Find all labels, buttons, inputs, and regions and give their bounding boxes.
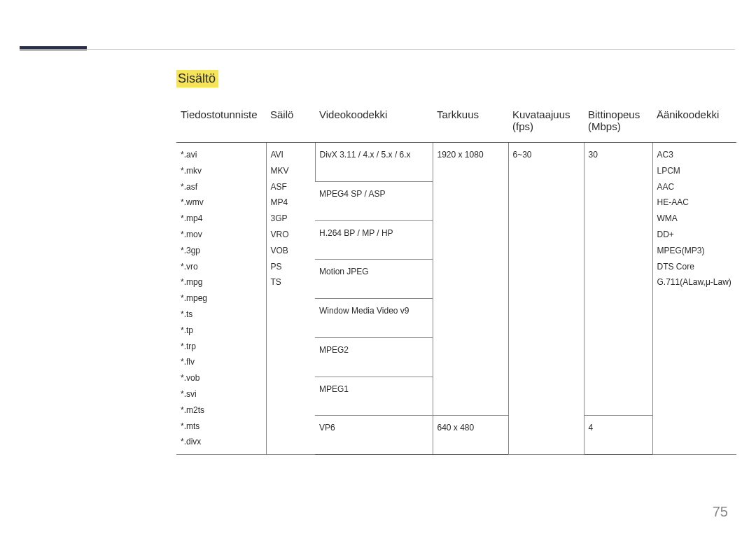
cont-cell-item: ASF [271,179,311,195]
main-content: Sisältö Tiedostotunniste Säilö Videokood… [176,70,735,455]
ext-cell-item: *.mov [181,227,262,243]
ext-cell-item: *.wmv [181,195,262,211]
spec-table-body: *.avi*.mkv*.asf*.wmv*.mp4*.mov*.3gp*.vro… [176,143,736,455]
audio-cell-item: HE-AAC [657,195,733,211]
bit-cell: 4 [584,416,652,455]
ext-cell-item: *.tp [181,323,262,339]
cont-cell: AVIMKVASFMP43GPVROVOBPSTS [266,143,315,455]
th-res: Tarkkuus [433,104,508,143]
audio-cell-item: G.711(ALaw,μ-Law) [657,274,733,290]
cont-cell-item: PS [271,259,311,275]
th-bit: Bittinopeus (Mbps) [584,104,652,143]
th-audio: Äänikoodekki [652,104,736,143]
audio-cell-item: AC3 [657,147,733,163]
ext-cell-item: *.avi [181,147,262,163]
bit-cell: 30 [584,143,652,416]
header-rule [20,49,735,50]
codec-cell: MPEG4 SP / ASP [315,181,433,220]
section-heading: Sisältö [176,70,218,87]
codec-cell: Window Media Video v9 [315,299,433,338]
codec-cell: Motion JPEG [315,260,433,299]
audio-cell-item: DD+ [657,227,733,243]
audio-cell-item: AAC [657,179,733,195]
ext-cell-item: *.vob [181,370,262,386]
header-accent-bar [20,46,87,50]
spec-table: Tiedostotunniste Säilö Videokoodekki Tar… [176,104,736,455]
ext-cell: *.avi*.mkv*.asf*.wmv*.mp4*.mov*.3gp*.vro… [176,143,266,455]
codec-cell: DivX 3.11 / 4.x / 5.x / 6.x [315,143,433,182]
cont-cell-item: TS [271,274,311,290]
ext-cell-item: *.svi [181,386,262,402]
th-cont: Säilö [266,104,315,143]
codec-cell: VP6 [315,416,433,455]
res-cell: 640 x 480 [433,416,508,455]
audio-cell: AC3LPCMAACHE-AACWMADD+MPEG(MP3)DTS CoreG… [652,143,736,455]
ext-cell-item: *.m2ts [181,402,262,419]
res-cell: 1920 x 1080 [433,143,508,416]
cont-cell-item: VRO [271,227,311,243]
th-ext: Tiedostotunniste [176,104,266,143]
audio-cell-item: WMA [657,211,733,227]
ext-cell-item: *.asf [181,179,262,195]
ext-cell-item: *.mpg [181,274,262,290]
page-number: 75 [713,504,728,520]
codec-cell: H.264 BP / MP / HP [315,220,433,260]
audio-cell-item: MPEG(MP3) [657,243,733,259]
th-fps: Kuvataajuus (fps) [508,104,584,143]
cont-cell-item: 3GP [271,211,311,227]
cont-cell-item: VOB [271,243,311,259]
cont-cell-item: MP4 [271,195,311,211]
ext-cell-item: *.3gp [181,243,262,259]
ext-cell-item: *.vro [181,259,262,275]
audio-cell-item: DTS Core [657,259,733,275]
ext-cell-item: *.mpeg [181,290,262,307]
ext-cell-item: *.divx [181,434,262,450]
ext-cell-item: *.mkv [181,163,262,179]
ext-cell-item: *.flv [181,354,262,370]
ext-cell-item: *.mp4 [181,211,262,227]
ext-cell-item: *.trp [181,339,262,355]
codec-cell: MPEG1 [315,377,433,416]
ext-cell-item: *.ts [181,307,262,323]
ext-cell-item: *.mts [181,419,262,435]
audio-cell-item: LPCM [657,163,733,179]
th-codec: Videokoodekki [315,104,433,143]
codec-cell: MPEG2 [315,337,433,377]
fps-cell: 6~30 [508,143,584,455]
cont-cell-item: MKV [271,163,311,179]
cont-cell-item: AVI [271,147,311,163]
